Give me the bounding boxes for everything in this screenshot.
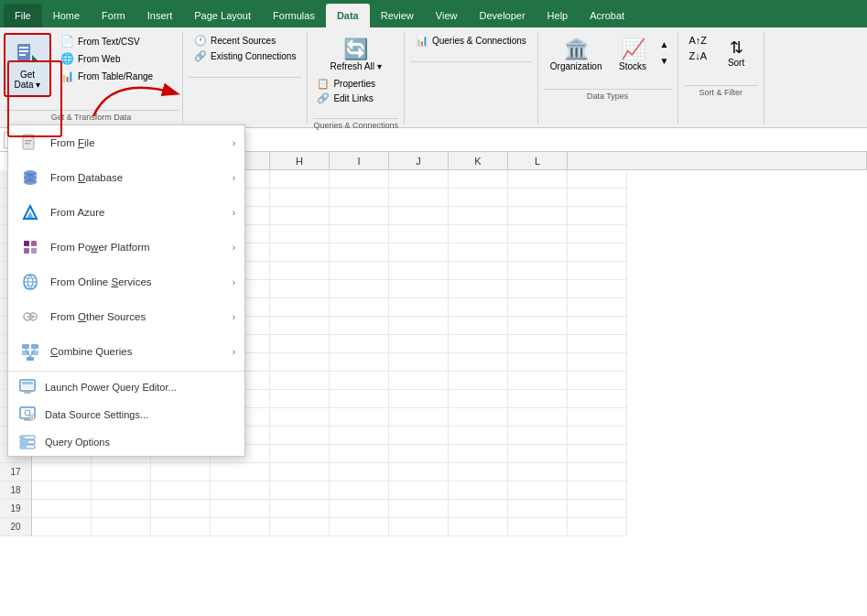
cell[interactable] (330, 207, 389, 225)
cell[interactable] (389, 390, 449, 408)
cell[interactable] (449, 262, 508, 280)
cell[interactable] (568, 262, 627, 280)
cell[interactable] (270, 408, 330, 427)
cell[interactable] (389, 500, 449, 518)
cell[interactable] (568, 317, 627, 335)
cell[interactable] (568, 463, 627, 481)
cell[interactable] (508, 408, 568, 427)
cell[interactable] (330, 225, 389, 243)
cell[interactable] (568, 280, 627, 298)
cell[interactable] (330, 280, 389, 298)
cell[interactable] (449, 243, 508, 262)
cell[interactable] (270, 207, 330, 225)
stocks-button[interactable]: 📈 Stocks (612, 33, 654, 76)
cell[interactable] (508, 518, 568, 536)
get-data-button[interactable]: GetData ▾ (4, 33, 51, 97)
cell[interactable] (389, 280, 449, 298)
cell[interactable] (568, 390, 627, 408)
cell[interactable] (389, 298, 449, 317)
scroll-up-button[interactable]: ▲ (657, 37, 672, 51)
cell[interactable] (449, 225, 508, 243)
cell[interactable] (449, 298, 508, 317)
cell[interactable] (211, 481, 270, 500)
cell[interactable] (270, 372, 330, 390)
tab-review[interactable]: Review (370, 4, 425, 27)
cell[interactable] (389, 427, 449, 445)
cell[interactable] (508, 262, 568, 280)
cell[interactable] (32, 463, 92, 481)
cell[interactable] (270, 445, 330, 463)
cell[interactable] (389, 353, 449, 372)
cell[interactable] (568, 170, 627, 189)
cell[interactable] (568, 518, 627, 536)
tab-form[interactable]: Form (91, 4, 136, 27)
cell[interactable] (389, 463, 449, 481)
tab-file[interactable]: File (4, 4, 42, 27)
cell[interactable] (330, 189, 389, 207)
col-header-h[interactable]: H (270, 152, 330, 169)
tab-insert[interactable]: Insert (136, 4, 184, 27)
cell[interactable] (151, 481, 211, 500)
cell[interactable] (508, 207, 568, 225)
cell[interactable] (389, 518, 449, 536)
cell[interactable] (449, 170, 508, 189)
cell[interactable] (508, 243, 568, 262)
cell[interactable] (270, 335, 330, 353)
cell[interactable] (270, 298, 330, 317)
cell[interactable] (389, 317, 449, 335)
cell[interactable] (330, 243, 389, 262)
cell[interactable] (449, 189, 508, 207)
cell[interactable] (270, 353, 330, 372)
cell[interactable] (508, 481, 568, 500)
cell[interactable] (211, 518, 270, 536)
cell[interactable] (508, 189, 568, 207)
cell[interactable] (449, 280, 508, 298)
cell[interactable] (330, 445, 389, 463)
cell[interactable] (568, 353, 627, 372)
cell[interactable] (330, 262, 389, 280)
col-header-k[interactable]: K (449, 152, 508, 169)
cell[interactable] (508, 390, 568, 408)
cell[interactable] (389, 408, 449, 427)
menu-from-file[interactable]: From File › (8, 125, 244, 160)
cell[interactable] (449, 445, 508, 463)
cell[interactable] (449, 427, 508, 445)
cell[interactable] (92, 481, 151, 500)
col-header-i[interactable]: I (330, 152, 389, 169)
cell[interactable] (270, 390, 330, 408)
cell[interactable] (568, 335, 627, 353)
cell[interactable] (508, 298, 568, 317)
cell[interactable] (151, 518, 211, 536)
properties-button[interactable]: 📋 Properties (313, 77, 398, 91)
cell[interactable] (449, 481, 508, 500)
cell[interactable] (211, 500, 270, 518)
menu-from-database[interactable]: From Database › (8, 160, 244, 195)
cell[interactable] (330, 353, 389, 372)
sort-az-button[interactable]: A↑Z (684, 33, 713, 48)
cell[interactable] (508, 353, 568, 372)
cell[interactable] (389, 335, 449, 353)
cell[interactable] (330, 390, 389, 408)
cell[interactable] (270, 189, 330, 207)
cell[interactable] (508, 500, 568, 518)
cell[interactable] (211, 463, 270, 481)
tab-help[interactable]: Help (536, 4, 580, 27)
cell[interactable] (92, 518, 151, 536)
cell[interactable] (508, 170, 568, 189)
cell[interactable] (449, 353, 508, 372)
cell[interactable] (508, 445, 568, 463)
cell[interactable] (270, 225, 330, 243)
cell[interactable] (389, 243, 449, 262)
row-17[interactable]: 17 (0, 463, 31, 481)
cell[interactable] (270, 463, 330, 481)
cell[interactable] (508, 372, 568, 390)
cell[interactable] (330, 335, 389, 353)
cell[interactable] (330, 298, 389, 317)
cell[interactable] (568, 408, 627, 427)
cell[interactable] (508, 225, 568, 243)
cell[interactable] (389, 170, 449, 189)
cell[interactable] (270, 518, 330, 536)
cell[interactable] (270, 481, 330, 500)
cell[interactable] (449, 408, 508, 427)
row-20[interactable]: 20 (0, 518, 31, 536)
